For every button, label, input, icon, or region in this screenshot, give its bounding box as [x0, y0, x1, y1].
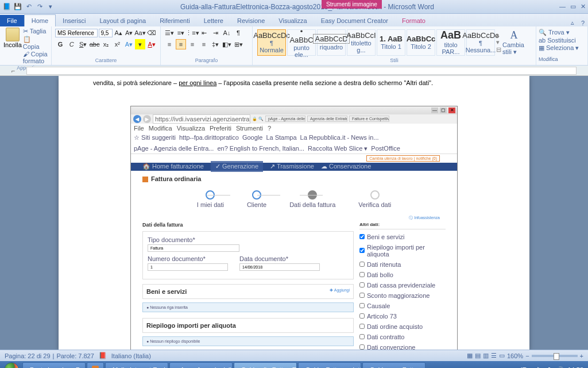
tab-easy[interactable]: Easy Document Creator: [314, 15, 395, 26]
font-color-icon[interactable]: A▾: [146, 39, 157, 49]
taskbar-word2[interactable]: Guida_Fatture_elettr...: [298, 362, 361, 368]
ribbon-min-icon[interactable]: ▵: [567, 19, 578, 26]
italic-button[interactable]: C: [67, 39, 77, 49]
taskbar-word-active[interactable]: Guida-alla-FatturaEle...: [234, 362, 297, 368]
change-case-icon[interactable]: Aa▾: [135, 28, 145, 38]
format-painter-button[interactable]: 🖌 Copia formato: [23, 51, 48, 64]
align-right-icon[interactable]: ≡: [187, 39, 198, 49]
outdent-icon[interactable]: ⇤: [199, 28, 209, 38]
style-nessuna[interactable]: AaBbCcDc¶ Nessuna...: [466, 29, 495, 56]
status-words[interactable]: Parole: 7.827: [56, 352, 94, 359]
shrink-font-icon[interactable]: A▾: [124, 28, 134, 38]
tab-home[interactable]: Home: [24, 14, 56, 26]
save-icon[interactable]: 💾: [13, 2, 22, 12]
edit-label: Modifica: [539, 56, 585, 63]
tab-inserisci[interactable]: Inserisci: [56, 15, 92, 26]
group-edit: 🔍 Trova ▾ ab Sostituisci ▦ Seleziona ▾ M…: [536, 26, 588, 65]
tray-up-icon[interactable]: ▴: [529, 366, 533, 369]
tab-lettere[interactable]: Lettere: [197, 15, 230, 26]
status-lang[interactable]: Italiano (Italia): [111, 352, 151, 359]
line-spacing-icon[interactable]: ‡▾: [210, 39, 220, 49]
style-punto[interactable]: • AaBbCpunto ele...: [287, 29, 316, 56]
zoom-level[interactable]: 160%: [507, 352, 523, 359]
paste-button[interactable]: Incolla: [3, 28, 22, 64]
font-size-select[interactable]: 9,5: [99, 29, 113, 37]
strike-button[interactable]: abc: [90, 39, 100, 49]
style-titolo2[interactable]: AaBbCcTitolo 2: [407, 29, 435, 56]
justify-icon[interactable]: ≡: [199, 39, 209, 49]
grow-font-icon[interactable]: A▴: [114, 28, 123, 38]
sort-icon[interactable]: A↓: [222, 28, 232, 38]
copy-button[interactable]: 📋 Copia: [23, 36, 48, 50]
qat-more-icon[interactable]: ▾: [46, 2, 55, 12]
ss-orange-bar: Cambia utenza di lavoro | notifiche (0): [366, 155, 440, 162]
redo-icon[interactable]: ↷: [35, 2, 44, 12]
taskbar-ie[interactable]: Mail - Internet Explorer: [105, 362, 168, 368]
status-page[interactable]: Pagina: 22 di 29: [5, 352, 51, 359]
paste-icon: [6, 28, 20, 41]
show-marks-icon[interactable]: ¶: [233, 28, 243, 38]
indent-icon[interactable]: ⇥: [210, 28, 220, 38]
horizontal-ruler[interactable]: [26, 67, 577, 75]
image-tools-tab[interactable]: Strumenti immagine: [322, 0, 382, 9]
style-titolo1[interactable]: 1. AaBTitolo 1: [377, 29, 405, 56]
taskbar-firefox[interactable]: [87, 362, 104, 368]
style-normale[interactable]: AaBbCcDc¶ Normale: [257, 29, 286, 56]
taskbar-explorer[interactable]: Guida su e-Fattura: [362, 362, 425, 368]
ss-menu: FileModificaVisualizzaPreferitiStrumenti…: [131, 124, 457, 133]
taskbar-outlook[interactable]: Posta in arrivo - Paol...: [22, 362, 86, 368]
align-center-icon[interactable]: ≡: [176, 39, 186, 49]
subscript-button[interactable]: x₂: [101, 39, 111, 49]
help-icon[interactable]: ?: [578, 20, 588, 26]
style-titoletto[interactable]: AaBbCcItitoletto g...: [347, 29, 376, 56]
ss-sidebar: Altri dati: Beni e servizi Riepilogo imp…: [359, 222, 446, 350]
ss-section-beni: Beni e servizi✚ Aggiungi: [142, 284, 354, 299]
font-name-select[interactable]: MS Reference: [55, 29, 98, 37]
ss-stepper: I miei dati Cliente Dati della fattura V…: [131, 187, 457, 214]
superscript-button[interactable]: x²: [113, 39, 123, 49]
styles-scroll[interactable]: ▴▾⊟: [496, 31, 501, 53]
tray-vol-icon[interactable]: 🔊: [556, 366, 564, 369]
style-riquadro[interactable]: AaBbCcDriquadro: [317, 29, 346, 56]
tab-file[interactable]: File: [0, 15, 24, 26]
shading-icon[interactable]: ◧▾: [222, 39, 232, 49]
clear-format-icon[interactable]: ⌫: [146, 28, 157, 38]
embedded-screenshot-1[interactable]: ―▢✕ ◄ ► https://ivdi.ivaservizi.agenziae…: [130, 106, 458, 350]
align-left-icon[interactable]: ≡: [164, 39, 175, 49]
cut-button[interactable]: ✂ Taglia: [23, 28, 48, 35]
replace-button[interactable]: ab Sostituisci: [539, 37, 585, 44]
proofing-icon[interactable]: 📕: [99, 352, 107, 359]
zoom-out-icon[interactable]: −: [525, 352, 529, 359]
close-icon[interactable]: ✕: [581, 3, 586, 10]
restore-icon[interactable]: ▭: [570, 3, 576, 10]
tab-formato[interactable]: Formato: [395, 15, 432, 26]
tab-revisione[interactable]: Revisione: [230, 15, 272, 26]
change-styles-button[interactable]: ACambia stili ▾: [502, 29, 525, 56]
start-button[interactable]: [1, 362, 22, 368]
zoom-in-icon[interactable]: +: [580, 352, 583, 359]
text-effects-icon[interactable]: A▾: [123, 39, 134, 49]
view-web-icon[interactable]: ▥: [483, 352, 489, 359]
view-draft-icon[interactable]: ▭: [499, 352, 505, 359]
zoom-slider[interactable]: [532, 355, 578, 357]
select-button[interactable]: ▦ Seleziona ▾: [539, 44, 585, 52]
underline-button[interactable]: S▾: [78, 39, 88, 49]
tab-layout[interactable]: Layout di pagina: [92, 15, 153, 26]
tab-visualizza[interactable]: Visualizza: [272, 15, 314, 26]
document-area[interactable]: vendita, si potrà selezionare – per ogni…: [0, 76, 588, 350]
taskbar-page[interactable]: pAge - Agenzia delle...: [169, 362, 233, 368]
find-button[interactable]: 🔍 Trova ▾: [539, 29, 585, 36]
bold-button[interactable]: G: [55, 39, 65, 49]
style-titolopar[interactable]: AaBtitolo PAR...: [436, 29, 465, 56]
tab-riferimenti[interactable]: Riferimenti: [153, 15, 197, 26]
view-outline-icon[interactable]: ☰: [491, 352, 497, 359]
view-print-icon[interactable]: ▦: [467, 352, 473, 359]
multilevel-icon[interactable]: ⋮≡▾: [187, 28, 198, 38]
minimize-icon[interactable]: ―: [559, 3, 566, 10]
borders-icon[interactable]: ⊞▾: [233, 39, 243, 49]
bullets-icon[interactable]: ☰▾: [164, 28, 175, 38]
undo-icon[interactable]: ↶: [24, 2, 33, 12]
view-read-icon[interactable]: ▤: [475, 352, 481, 359]
numbering-icon[interactable]: ≡▾: [176, 28, 186, 38]
highlight-icon[interactable]: ▾: [135, 39, 145, 49]
